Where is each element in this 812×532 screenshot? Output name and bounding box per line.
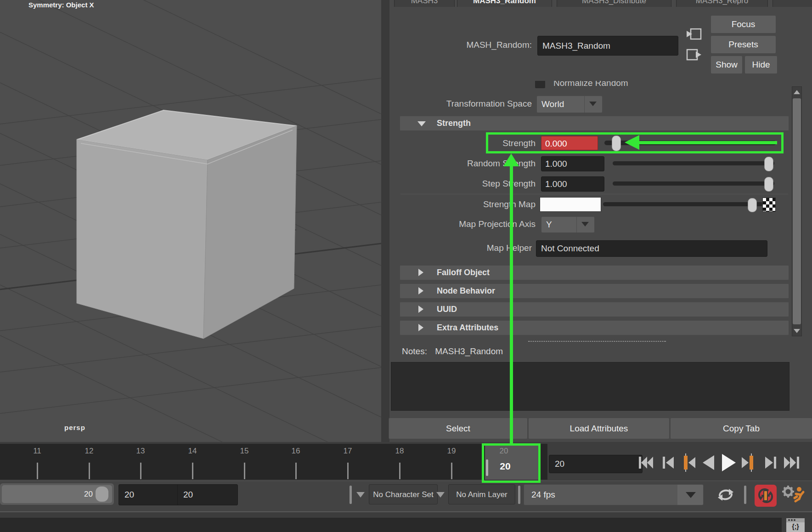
strength-map-swatch[interactable] xyxy=(540,197,601,212)
step-back-frame-button[interactable] xyxy=(660,452,677,473)
anim-layer-field[interactable]: No Anim Layer xyxy=(448,484,515,504)
strength-input[interactable]: 0.000 xyxy=(541,136,598,150)
playback-start-input[interactable]: 20 xyxy=(118,484,179,505)
show-output-connections-button[interactable] xyxy=(685,46,703,63)
node-name-value: MASH3_Random xyxy=(542,41,610,51)
step-forward-key-button[interactable] xyxy=(740,452,758,473)
strength-map-slider-track[interactable] xyxy=(603,202,763,206)
playback-end-input[interactable]: 20 xyxy=(177,484,238,505)
step-strength-label: Step Strength xyxy=(404,176,536,191)
tab-mash3-repro[interactable]: MASH3_Repro xyxy=(676,0,768,7)
normalize-random-checkbox[interactable] xyxy=(535,81,545,88)
load-attributes-label: Load Attributes xyxy=(570,424,628,433)
scrollbar-thumb[interactable] xyxy=(793,98,801,324)
node-type-label: MASH_Random: xyxy=(435,36,532,54)
tab-partial[interactable] xyxy=(773,0,812,7)
auto-keyframe-toggle[interactable] xyxy=(755,485,777,507)
random-strength-slider-handle[interactable] xyxy=(764,157,773,171)
arrow-into-box-icon xyxy=(685,25,703,43)
marker-grip xyxy=(486,459,488,476)
step-back-key-button[interactable] xyxy=(679,452,697,473)
focus-button[interactable]: Focus xyxy=(710,15,776,34)
scrollbar-down-button[interactable] xyxy=(792,325,802,336)
transformation-space-dropdown[interactable]: World xyxy=(536,96,603,113)
character-set-field[interactable]: No Character Set xyxy=(369,484,438,504)
viewport-scene xyxy=(0,0,381,442)
toolbar-divider-handle[interactable] xyxy=(350,486,352,504)
strength-section-title: Strength xyxy=(437,116,471,130)
step-strength-input[interactable]: 1.000 xyxy=(541,176,604,192)
map-projection-axis-label: Map Projection Axis xyxy=(404,216,536,232)
collapse-triangle-icon xyxy=(417,121,426,126)
strength-slider-track[interactable] xyxy=(604,141,776,145)
random-strength-input[interactable]: 1.000 xyxy=(541,156,604,171)
random-strength-slider-track[interactable] xyxy=(613,161,774,165)
hide-button[interactable]: Hide xyxy=(744,56,778,74)
show-input-connections-button[interactable] xyxy=(685,25,703,43)
fps-dropdown[interactable]: 24 fps xyxy=(524,484,704,505)
step-strength-slider-track[interactable] xyxy=(613,181,774,186)
playback-range-slider[interactable]: 20 xyxy=(0,483,114,505)
play-forwards-button[interactable] xyxy=(718,452,738,473)
step-forward-frame-button[interactable] xyxy=(762,452,779,473)
play-backwards-icon xyxy=(700,452,718,473)
tab-mash3-random[interactable]: MASH3_Random xyxy=(457,0,552,7)
scrollbar-up-button[interactable] xyxy=(792,86,802,97)
notes-textarea[interactable] xyxy=(391,362,789,411)
character-set-menu-icon[interactable] xyxy=(356,492,365,498)
section-extra-attributes[interactable]: Extra Attributes xyxy=(400,320,789,335)
panel-divider[interactable] xyxy=(381,0,389,442)
map-projection-axis-dropdown[interactable]: Y xyxy=(541,216,595,233)
viewport-3d[interactable]: Symmetry: Object X persp xyxy=(0,0,381,442)
frame-tick-label: 19 xyxy=(441,447,462,456)
current-time-input[interactable]: 20 xyxy=(549,455,643,473)
playback-loop-toggle[interactable] xyxy=(716,486,736,504)
frame-tick xyxy=(89,463,90,479)
current-frame-marker[interactable]: 20 20 xyxy=(485,445,538,480)
anim-layer-menu-icon[interactable] xyxy=(436,492,445,498)
texture-map-button[interactable] xyxy=(762,198,776,212)
step-strength-value: 1.000 xyxy=(545,179,567,189)
command-line-bar: {;} xyxy=(0,511,812,532)
range-slider-bar: 20 20 20 No Character Set No Anim Layer … xyxy=(0,481,812,511)
presets-button[interactable]: Presets xyxy=(710,35,776,54)
section-falloff-object[interactable]: Falloff Object xyxy=(400,265,789,280)
strength-section-header[interactable]: Strength xyxy=(400,116,789,131)
go-to-end-button[interactable] xyxy=(783,452,801,473)
map-helper-label: Map Helper xyxy=(395,240,532,256)
range-slider-handle[interactable] xyxy=(96,487,108,502)
notes-resize-grip[interactable] xyxy=(528,341,666,342)
tab-mash3-repro-label: MASH3_Repro xyxy=(696,0,748,5)
presets-label: Presets xyxy=(728,40,758,49)
section-uuid[interactable]: UUID xyxy=(400,302,789,317)
toolbar-divider-handle[interactable] xyxy=(518,486,520,504)
expand-triangle-icon xyxy=(418,324,423,331)
focus-label: Focus xyxy=(732,19,756,29)
animation-preferences-button[interactable] xyxy=(781,484,806,507)
frame-tick xyxy=(192,463,193,479)
tab-mash3-random-label: MASH3_Random xyxy=(473,0,536,5)
node-name-input[interactable]: MASH3_Random xyxy=(537,36,678,56)
strength-map-slider-handle[interactable] xyxy=(748,198,757,212)
select-button[interactable]: Select xyxy=(389,418,528,439)
script-editor-button[interactable]: {;} xyxy=(786,518,805,532)
hide-label: Hide xyxy=(752,60,770,69)
go-to-start-button[interactable] xyxy=(637,452,655,473)
section-node-behavior[interactable]: Node Behavior xyxy=(400,283,789,299)
load-attributes-button[interactable]: Load Attributes xyxy=(528,418,670,439)
copy-tab-button[interactable]: Copy Tab xyxy=(670,418,812,439)
map-helper-value: Not Connected xyxy=(541,243,599,253)
expand-triangle-icon xyxy=(418,269,423,276)
chevron-down-icon xyxy=(581,222,589,226)
notes-row: Notes: MASH3_Random xyxy=(402,346,632,359)
show-button[interactable]: Show xyxy=(710,56,743,74)
tab-mash3[interactable]: MASH3 xyxy=(394,0,455,7)
tab-mash3-distribute[interactable]: MASH3_Distribute xyxy=(557,0,671,7)
map-helper-input[interactable]: Not Connected xyxy=(536,240,767,257)
step-strength-slider-handle[interactable] xyxy=(764,177,773,192)
strength-slider-handle[interactable] xyxy=(612,136,621,151)
toolbar-divider-handle[interactable] xyxy=(744,486,746,504)
arrow-down-icon xyxy=(794,329,800,333)
play-backwards-button[interactable] xyxy=(700,452,718,473)
command-line-input[interactable] xyxy=(0,518,782,532)
